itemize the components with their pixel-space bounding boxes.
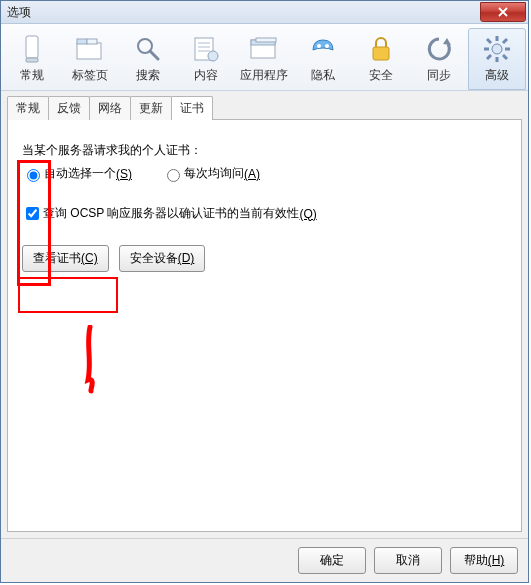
subtab-update[interactable]: 更新 bbox=[130, 96, 172, 120]
cat-tabs[interactable]: 标签页 bbox=[61, 28, 119, 90]
cert-prompt: 当某个服务器请求我的个人证书： bbox=[22, 142, 202, 159]
svg-rect-17 bbox=[373, 47, 389, 60]
view-certificates-button[interactable]: 查看证书(C) bbox=[22, 245, 109, 272]
radio-ask-input[interactable] bbox=[167, 169, 180, 182]
options-window: 选项 常规 标签页 搜索 bbox=[0, 0, 529, 583]
titlebar: 选项 bbox=[1, 1, 528, 24]
svg-rect-3 bbox=[77, 39, 87, 44]
svg-line-25 bbox=[503, 55, 507, 59]
sub-tabs: 常规 反馈 网络 更新 证书 bbox=[7, 96, 522, 120]
svg-point-16 bbox=[325, 44, 329, 48]
tabs-icon bbox=[62, 32, 118, 66]
svg-rect-2 bbox=[77, 43, 101, 59]
cat-search[interactable]: 搜索 bbox=[119, 28, 177, 90]
svg-rect-4 bbox=[87, 39, 97, 44]
annotation-arrow bbox=[76, 325, 106, 395]
cat-privacy[interactable]: 隐私 bbox=[294, 28, 352, 90]
privacy-icon bbox=[295, 32, 351, 66]
general-icon bbox=[4, 32, 60, 66]
lock-icon bbox=[353, 32, 409, 66]
cat-security[interactable]: 安全 bbox=[352, 28, 410, 90]
certificates-panel: 当某个服务器请求我的个人证书： 自动选择一个(S) 每次均询问(A) 查询 OC… bbox=[7, 119, 522, 532]
ocsp-checkbox[interactable] bbox=[26, 207, 39, 220]
cat-advanced[interactable]: 高级 bbox=[468, 28, 526, 90]
subtab-feedback[interactable]: 反馈 bbox=[48, 96, 90, 120]
svg-point-11 bbox=[208, 51, 218, 61]
radio-auto-input[interactable] bbox=[27, 169, 40, 182]
cat-content[interactable]: 内容 bbox=[177, 28, 235, 90]
gear-icon bbox=[469, 32, 525, 66]
cat-applications[interactable]: 应用程序 bbox=[235, 28, 293, 90]
svg-rect-1 bbox=[26, 58, 38, 62]
category-toolbar: 常规 标签页 搜索 内容 应用程序 bbox=[1, 24, 528, 91]
subtab-general[interactable]: 常规 bbox=[7, 96, 49, 120]
sync-icon bbox=[411, 32, 467, 66]
svg-marker-18 bbox=[443, 38, 451, 45]
ok-button[interactable]: 确定 bbox=[298, 547, 366, 574]
applications-icon bbox=[236, 32, 292, 66]
svg-rect-14 bbox=[256, 38, 276, 42]
annotation-box-button bbox=[18, 277, 118, 313]
radio-ask-every[interactable]: 每次均询问(A) bbox=[162, 165, 260, 182]
window-title: 选项 bbox=[7, 4, 31, 21]
ocsp-checkbox-row[interactable]: 查询 OCSP 响应服务器以确认证书的当前有效性(Q) bbox=[22, 204, 317, 223]
cancel-button[interactable]: 取消 bbox=[374, 547, 442, 574]
svg-line-24 bbox=[487, 39, 491, 43]
svg-rect-0 bbox=[26, 36, 38, 58]
close-button[interactable] bbox=[480, 2, 526, 22]
security-devices-button[interactable]: 安全设备(D) bbox=[119, 245, 206, 272]
dialog-footer: 确定 取消 帮助(H) bbox=[1, 538, 528, 582]
subtab-certificates[interactable]: 证书 bbox=[171, 96, 213, 120]
help-button[interactable]: 帮助(H) bbox=[450, 547, 518, 574]
radio-auto-select[interactable]: 自动选择一个(S) bbox=[22, 165, 132, 182]
cat-general[interactable]: 常规 bbox=[3, 28, 61, 90]
svg-line-6 bbox=[150, 51, 158, 59]
svg-point-15 bbox=[317, 44, 321, 48]
body: 常规 反馈 网络 更新 证书 当某个服务器请求我的个人证书： 自动选择一个(S)… bbox=[1, 91, 528, 538]
svg-point-19 bbox=[492, 44, 502, 54]
cat-sync[interactable]: 同步 bbox=[410, 28, 468, 90]
subtab-network[interactable]: 网络 bbox=[89, 96, 131, 120]
search-icon bbox=[120, 32, 176, 66]
content-icon bbox=[178, 32, 234, 66]
svg-line-26 bbox=[503, 39, 507, 43]
svg-line-27 bbox=[487, 55, 491, 59]
close-icon bbox=[497, 7, 509, 17]
